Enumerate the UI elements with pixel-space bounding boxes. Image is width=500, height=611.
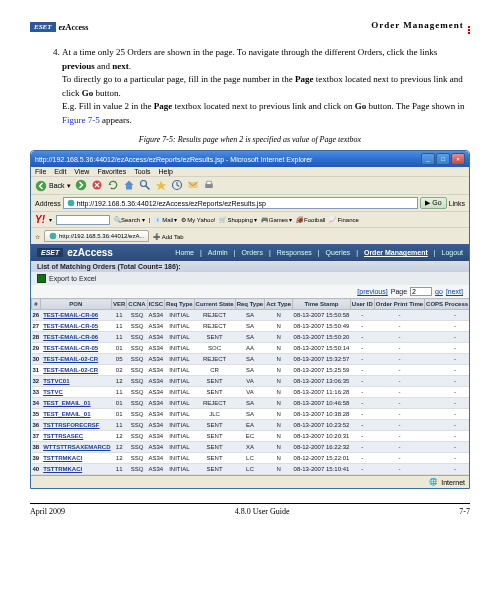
pon-link[interactable]: WTTSTTRSAXEMARCD (40, 442, 111, 453)
next-link[interactable]: [next] (446, 288, 463, 295)
nav-home[interactable]: Home (175, 249, 194, 256)
pon-link[interactable]: TSTVC (40, 387, 111, 398)
userid: - (350, 343, 374, 354)
menu-help[interactable]: Help (159, 168, 173, 175)
nav-logout[interactable]: Logout (442, 249, 463, 256)
menu-file[interactable]: File (35, 168, 46, 175)
minimize-button[interactable]: _ (421, 153, 435, 165)
pon-link[interactable]: TEST-EMAIL-CR-06 (40, 310, 111, 321)
column-header[interactable]: VER (112, 299, 127, 310)
links-label[interactable]: Links (449, 200, 465, 207)
column-header[interactable]: PON (40, 299, 111, 310)
yahoo-mail-link[interactable]: 📧Mail▾ (154, 216, 177, 223)
pon-link[interactable]: TEST-EMAIL-02-CR (40, 354, 111, 365)
reqtype: INITIAL (165, 321, 195, 332)
yahoo-search-button[interactable]: 🔍Search ▾ (114, 216, 145, 223)
userid: - (350, 464, 374, 475)
ver: 11 (112, 321, 127, 332)
maximize-button[interactable]: □ (436, 153, 450, 165)
column-header[interactable]: Req Type (165, 299, 195, 310)
pon-link[interactable]: TSTTRMKACI (40, 464, 111, 475)
stop-icon[interactable] (91, 179, 103, 192)
pon-link[interactable]: TSTTRSFORECRSF (40, 420, 111, 431)
pon-link[interactable]: TEST_EMAIL_01 (40, 398, 111, 409)
column-header[interactable]: Current State (194, 299, 235, 310)
go-link[interactable]: go (435, 288, 443, 295)
previous-link[interactable]: [previous] (357, 288, 387, 295)
copstime: - (425, 376, 470, 387)
pon-link[interactable]: TEST-EMAIL-CR-05 (40, 343, 111, 354)
history-icon[interactable] (171, 179, 183, 192)
nav-order-management[interactable]: Order Management (364, 249, 428, 256)
pon-link[interactable]: TEST-EMAIL-02-CR (40, 365, 111, 376)
reqtype: INITIAL (165, 409, 195, 420)
menu-view[interactable]: View (74, 168, 89, 175)
reqtype2: EA (235, 420, 265, 431)
column-header[interactable]: Order Print Time (374, 299, 424, 310)
go-button[interactable]: ▶ Go (420, 197, 446, 209)
yahoo-myyahoo-link[interactable]: ⚙My Yahoo! (181, 216, 215, 223)
ccna: SSQ (127, 354, 147, 365)
column-header[interactable]: # (32, 299, 41, 310)
nav-orders[interactable]: Orders (242, 249, 263, 256)
page-input[interactable] (410, 287, 432, 296)
table-row: 29TEST-EMAIL-CR-0501SSQAS34INITIALSOCAAN… (32, 343, 471, 354)
add-tab-button[interactable]: ➕ Add Tab (153, 233, 183, 240)
address-input[interactable]: http://192.168.5.36:44012/ezAccess/ezRep… (63, 197, 419, 209)
close-button[interactable]: × (451, 153, 465, 165)
forward-button[interactable] (75, 179, 87, 192)
nav-queries[interactable]: Queries (326, 249, 351, 256)
pon-link[interactable]: TSTVC01 (40, 376, 111, 387)
print-icon[interactable] (203, 179, 215, 192)
state: SENT (194, 453, 235, 464)
svg-point-0 (36, 180, 47, 191)
yahoo-finance-link[interactable]: 📈Finance (329, 216, 358, 223)
home-icon[interactable] (123, 179, 135, 192)
export-link[interactable]: Export to Excel (49, 275, 96, 282)
state: REJECT (194, 354, 235, 365)
browser-tab[interactable]: http://192.168.5.36:44012/ezA... (44, 230, 149, 242)
ver: 01 (112, 409, 127, 420)
yahoo-shopping-link[interactable]: 🛒Shopping▾ (219, 216, 256, 223)
state: REJECT (194, 310, 235, 321)
menu-tools[interactable]: Tools (134, 168, 150, 175)
pon-link[interactable]: TEST-EMAIL-CR-06 (40, 332, 111, 343)
column-header[interactable]: Act Type (265, 299, 293, 310)
copstime: - (425, 398, 470, 409)
refresh-icon[interactable] (107, 179, 119, 192)
pon-link[interactable]: TSTTRMKACI (40, 453, 111, 464)
copstime: - (425, 365, 470, 376)
timestamp: 08-13-2007 15:50:49 (293, 321, 351, 332)
column-header[interactable]: CCNA (127, 299, 147, 310)
timestamp: 08-13-2007 15:50:58 (293, 310, 351, 321)
column-header[interactable]: Req Type (235, 299, 265, 310)
mail-icon[interactable] (187, 179, 199, 192)
acttype: N (265, 398, 293, 409)
nav-responses[interactable]: Responses (277, 249, 312, 256)
column-header[interactable]: Time Stamp (293, 299, 351, 310)
menu-favorites[interactable]: Favorites (97, 168, 126, 175)
favorites-star-icon[interactable]: ☆ (35, 233, 40, 240)
yahoo-football-link[interactable]: 🏈Football (296, 216, 325, 223)
yahoo-search-input[interactable] (56, 215, 110, 225)
menu-edit[interactable]: Edit (54, 168, 66, 175)
ccna: SSQ (127, 398, 147, 409)
search-icon[interactable] (139, 179, 151, 192)
favorites-icon[interactable] (155, 179, 167, 192)
reqtype: INITIAL (165, 464, 195, 475)
browser-tabs: ☆ http://192.168.5.36:44012/ezA... ➕ Add… (31, 227, 469, 244)
pon-link[interactable]: TEST-EMAIL-CR-05 (40, 321, 111, 332)
icsc: AS34 (147, 442, 164, 453)
table-row: 39TSTTRMKACI12SSQAS34INITIALSENTLCN08-12… (32, 453, 471, 464)
pon-link[interactable]: TSTTRSASEC (40, 431, 111, 442)
column-header[interactable]: ICSC (147, 299, 164, 310)
column-header[interactable]: User ID (350, 299, 374, 310)
copstime: - (425, 387, 470, 398)
back-button[interactable]: Back ▾ (35, 180, 71, 192)
pon-link[interactable]: TEST_EMAIL_01 (40, 409, 111, 420)
yahoo-games-link[interactable]: 🎮Games▾ (261, 216, 292, 223)
excel-icon[interactable] (37, 274, 46, 283)
page-label: Page (391, 288, 407, 295)
nav-admin[interactable]: Admin (208, 249, 228, 256)
column-header[interactable]: COPS Process Time (425, 299, 470, 310)
